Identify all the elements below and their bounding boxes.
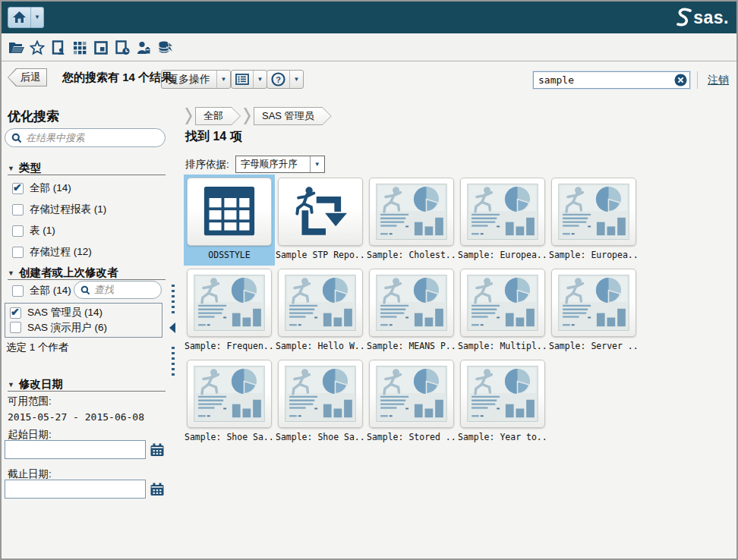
- result-tile-icon: [376, 366, 447, 422]
- checkbox-label: SAS 演示用户 (6): [27, 321, 107, 335]
- filter-option[interactable]: 全部 (14): [12, 181, 106, 195]
- splitter-grip: [172, 347, 175, 376]
- result-tile-card: [460, 178, 545, 246]
- type-filter-list: 全部 (14) 存储过程报表 (1) 表 (1) 存储过程 (12): [12, 181, 106, 259]
- type-section-header[interactable]: ▼ 类型: [8, 161, 41, 175]
- sort-order-dropdown[interactable]: 字母顺序升序 ▼: [235, 156, 325, 173]
- back-button-label: 后退: [8, 69, 46, 86]
- result-tile-card: [460, 269, 545, 337]
- breadcrumb-item[interactable]: 全部: [195, 107, 241, 125]
- home-button[interactable]: [8, 7, 31, 28]
- data-sources-icon[interactable]: [156, 39, 173, 56]
- breadcrumb-item[interactable]: SAS 管理员: [254, 107, 332, 125]
- checkbox[interactable]: [12, 247, 24, 258]
- result-tile-icon: [285, 275, 356, 331]
- creator-section-title: 创建者或上次修改者: [19, 266, 118, 280]
- user-icon[interactable]: [135, 39, 152, 56]
- result-tile[interactable]: Sample: Hello W...: [275, 266, 366, 357]
- checkbox[interactable]: [10, 307, 21, 319]
- creator-all-checkbox-row[interactable]: 全部 (14): [12, 284, 71, 297]
- result-tile-icon: [376, 184, 447, 240]
- result-tile[interactable]: Sample STP Repo...: [275, 175, 366, 266]
- result-tile-label: Sample: Cholest...: [366, 250, 457, 260]
- applications-grid-icon[interactable]: [71, 39, 88, 56]
- result-tile[interactable]: Sample: Server ...: [548, 266, 639, 357]
- section-divider: [8, 279, 166, 280]
- collapse-triangle-icon: ▼: [8, 381, 14, 389]
- result-tile[interactable]: Sample: Frequen...: [184, 266, 275, 357]
- collapse-panel-arrow-icon[interactable]: [169, 322, 175, 333]
- result-tile-label: Sample: Europea...: [548, 250, 639, 260]
- result-tile-card: [278, 178, 363, 246]
- result-tile[interactable]: Sample: Cholest...: [366, 175, 457, 266]
- result-tile-icon: [558, 184, 629, 240]
- section-divider: [8, 175, 166, 175]
- results-search-box[interactable]: 在结果中搜索: [5, 128, 166, 147]
- result-tile-label: Sample: Shoe Sa...: [184, 432, 275, 442]
- start-date-input[interactable]: [5, 440, 146, 459]
- filter-option[interactable]: 表 (1): [12, 224, 106, 238]
- checkbox-label: 存储过程 (12): [30, 245, 92, 259]
- checkbox[interactable]: [12, 204, 24, 216]
- author-find-box[interactable]: 查找: [74, 281, 162, 299]
- creator-section-header[interactable]: ▼ 创建者或上次修改者: [8, 266, 118, 280]
- result-tile[interactable]: ODSSTYLE: [184, 175, 275, 266]
- breadcrumb-label: 全部: [196, 108, 240, 124]
- report-document-icon[interactable]: [50, 39, 67, 56]
- results-grid: ODSSTYLE Sample STP Repo... Sample: Chol…: [184, 175, 639, 448]
- result-tile-icon: [558, 275, 629, 331]
- result-tile[interactable]: Sample: Europea...: [457, 175, 548, 266]
- result-tile-label: Sample: Europea...: [457, 250, 548, 260]
- checkbox[interactable]: [12, 225, 24, 237]
- favorites-star-icon[interactable]: [29, 39, 46, 56]
- result-tile-icon: [467, 275, 538, 331]
- result-tile[interactable]: Sample: Shoe Sa...: [184, 357, 275, 448]
- result-tile-icon: [194, 366, 265, 422]
- result-tile[interactable]: Sample: Stored ...: [366, 357, 457, 448]
- section-divider: [8, 391, 166, 392]
- result-tile-card: [551, 178, 636, 246]
- filter-option[interactable]: SAS 管理员 (14): [10, 306, 157, 319]
- breadcrumb-chevron-icon: [185, 108, 192, 124]
- history-document-icon[interactable]: [114, 39, 131, 56]
- home-split-button[interactable]: ▼: [8, 7, 44, 28]
- result-tile[interactable]: Sample: Europea...: [548, 175, 639, 266]
- result-tile-label: Sample: Stored ...: [366, 432, 457, 442]
- calendar-icon[interactable]: [150, 442, 165, 458]
- splitter-grip: [172, 285, 175, 313]
- result-tile[interactable]: Sample: Multipl...: [457, 266, 548, 357]
- application-window-icon[interactable]: [93, 39, 109, 56]
- search-icon: [11, 133, 22, 143]
- result-tile[interactable]: Sample: Year to...: [457, 357, 548, 448]
- search-result-message: 您的搜索有 14 个结果。: [62, 71, 184, 85]
- available-range-label: 可用范围:: [8, 395, 52, 408]
- filter-option[interactable]: SAS 演示用户 (6): [10, 321, 157, 335]
- results-search-placeholder: 在结果中搜索: [26, 131, 85, 145]
- filter-option[interactable]: 存储过程 (12): [12, 245, 106, 259]
- end-date-input[interactable]: [5, 480, 146, 499]
- checkbox-label: 全部 (14): [30, 284, 71, 297]
- checkbox[interactable]: [12, 285, 24, 297]
- result-tile[interactable]: Sample: Shoe Sa...: [275, 357, 366, 448]
- chevron-down-icon: ▼: [311, 162, 324, 168]
- sas-logo-text: sas.: [693, 7, 729, 28]
- result-tile-icon: [376, 275, 447, 331]
- date-section-header[interactable]: ▼ 修改日期: [8, 377, 63, 392]
- result-tile-card: [369, 178, 454, 246]
- checkbox[interactable]: [10, 322, 21, 333]
- panel-splitter[interactable]: [169, 285, 177, 376]
- result-tile[interactable]: Sample: MEANS P...: [366, 266, 457, 357]
- filter-option[interactable]: 存储过程报表 (1): [12, 203, 106, 216]
- open-folder-icon[interactable]: [8, 39, 24, 56]
- result-tile-label: Sample: Hello W...: [275, 341, 366, 351]
- breadcrumb: 全部 SAS 管理员: [185, 107, 332, 125]
- calendar-icon[interactable]: [150, 482, 165, 497]
- sort-order-value: 字母顺序升序: [236, 158, 310, 171]
- result-tile-icon: [467, 184, 538, 240]
- back-button[interactable]: 后退: [8, 68, 47, 87]
- checkbox[interactable]: [12, 183, 24, 194]
- result-tile-card: [278, 269, 363, 337]
- home-dropdown-arrow[interactable]: ▼: [31, 7, 44, 28]
- search-icon: [80, 285, 90, 295]
- sas-swirl-icon: [673, 7, 693, 28]
